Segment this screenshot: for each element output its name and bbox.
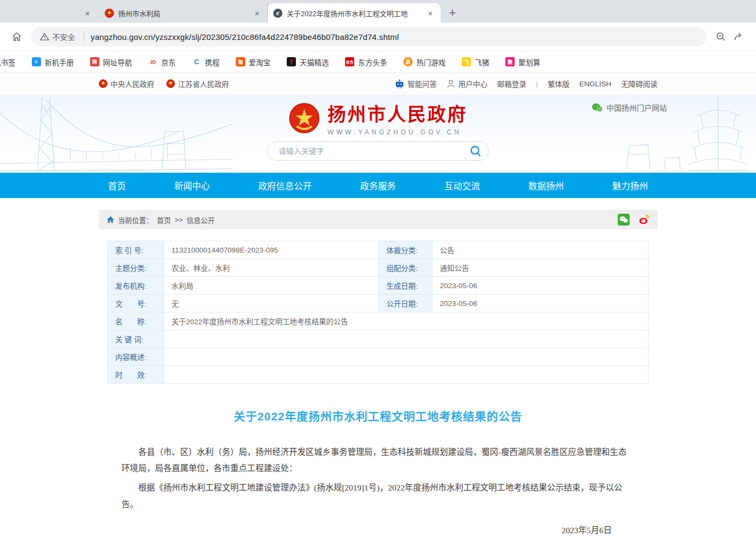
- gov-link-label: 江苏省人民政府: [178, 78, 230, 89]
- table-row: 文 号: 无 公开日期: 2023-05-06: [107, 295, 649, 312]
- utility-divider: |: [536, 80, 538, 88]
- bookmark-label: 聚划算: [518, 57, 541, 67]
- bookmark-item[interactable]: 机书签: [0, 57, 16, 67]
- util-link-label: 用户中心: [458, 78, 488, 89]
- gov-emblem-favicon: [105, 9, 114, 18]
- bookmark-item[interactable]: C 携程: [192, 57, 220, 67]
- close-icon[interactable]: ×: [252, 8, 262, 18]
- meta-label: 索 引 号:: [107, 241, 164, 259]
- bookmark-label: 新机手册: [45, 57, 74, 67]
- meta-label: 文 号:: [107, 295, 164, 312]
- breadcrumb-bar: 当前位置： 首页 >> 信息公开: [99, 210, 658, 229]
- meta-label: 时 效:: [107, 366, 164, 384]
- tab-strip: × 扬州市水利局 × e 关于2022年度扬州市水利工程文明工地 × +: [0, 0, 756, 23]
- article-date: 2023年5月6日: [122, 523, 634, 535]
- link-user-center[interactable]: 用户中心: [447, 78, 488, 89]
- home-icon[interactable]: [8, 28, 26, 46]
- util-link-label: 繁体版: [548, 78, 570, 89]
- tab-shuiliju[interactable]: 扬州市水利局 ×: [99, 3, 268, 23]
- meta-label: 体裁分类:: [379, 241, 432, 259]
- national-emblem-icon: [289, 103, 320, 134]
- close-icon[interactable]: ×: [426, 8, 435, 18]
- portal-link[interactable]: 中国扬州门户网站: [592, 102, 667, 113]
- nav-item-charm[interactable]: 魅力扬州: [612, 179, 648, 192]
- table-row: 关 键 词:: [107, 330, 649, 348]
- site-favicon: e: [273, 9, 282, 18]
- weibo-share-icon[interactable]: [638, 214, 650, 226]
- meta-label: 关 键 词:: [107, 330, 164, 348]
- search-input[interactable]: [279, 147, 467, 155]
- meta-value: [164, 366, 649, 384]
- gov-emblem-icon: [99, 79, 107, 88]
- taobao-logo-icon: 淘: [236, 57, 245, 66]
- address-bar[interactable]: 不安全 yangzhou.gov.cn/yzszxxgk/slj/202305/…: [31, 27, 706, 46]
- bookmark-item[interactable]: 东方 东方头条: [345, 57, 387, 67]
- wechat-icon: [592, 103, 603, 112]
- fliggy-logo-icon: 飞: [462, 57, 471, 66]
- bookmark-item[interactable]: JD 京东: [148, 57, 176, 67]
- link-accessibility[interactable]: 无障碍阅读: [621, 78, 658, 89]
- bookmark-label: 爱淘宝: [249, 57, 271, 67]
- gov-link-label: 中央人民政府: [111, 78, 154, 89]
- wechat-share-icon[interactable]: [618, 214, 630, 226]
- util-link-label: 智能问答: [408, 78, 437, 89]
- link-smart-qa[interactable]: 智能问答: [395, 78, 437, 89]
- search-button[interactable]: [467, 143, 485, 159]
- breadcrumb-separator: >>: [175, 216, 183, 224]
- link-mail-login[interactable]: 邮箱登录: [497, 78, 526, 89]
- tmall-logo-icon: T: [287, 57, 296, 66]
- meta-value: 通知公告: [432, 259, 649, 277]
- bookmark-item[interactable]: ≡ 新机手册: [32, 57, 74, 67]
- nav-item-home[interactable]: 首页: [108, 179, 126, 192]
- link-english[interactable]: ENGLISH: [579, 80, 611, 88]
- meta-label: 组配分类:: [379, 259, 432, 277]
- link-traditional-chinese[interactable]: 繁体版: [548, 78, 570, 89]
- bookmark-item[interactable]: 游 热门游戏: [403, 57, 446, 67]
- gov-emblem-icon: [166, 79, 175, 88]
- meta-label: 主题分类:: [107, 259, 164, 277]
- warning-icon: [40, 32, 49, 41]
- tab-partial[interactable]: ×: [76, 3, 99, 23]
- bookmark-label: 飞猪: [475, 57, 489, 67]
- nav-item-news[interactable]: 新闻中心: [174, 179, 210, 192]
- nav-item-interaction[interactable]: 互动交流: [444, 179, 480, 192]
- meta-value: 水利局: [164, 277, 379, 295]
- zoom-out-icon[interactable]: [712, 28, 730, 46]
- close-icon[interactable]: ×: [83, 8, 92, 18]
- nav-item-info-disclosure[interactable]: 政府信息公开: [258, 179, 312, 192]
- site-nav-icon: 网: [90, 57, 99, 66]
- site-logo[interactable]: 扬州市人民政府 WWW.YANGZHOU.GOV.CN: [289, 100, 468, 136]
- bookmark-item[interactable]: T 天猫精选: [287, 57, 329, 67]
- site-banner: 扬州市人民政府 WWW.YANGZHOU.GOV.CN 中国扬州门户网站: [0, 94, 756, 173]
- table-row: 内容概述:: [107, 348, 649, 366]
- tab-active-announcement[interactable]: e 关于2022年度扬州市水利工程文明工地 ×: [268, 3, 441, 23]
- link-central-gov[interactable]: 中央人民政府: [99, 78, 154, 89]
- meta-label: 生成日期:: [379, 277, 432, 295]
- meta-value: 2023-05-06: [432, 295, 649, 312]
- breadcrumb-prefix: 当前位置：: [118, 215, 153, 225]
- bookmark-item[interactable]: 飞 飞猪: [462, 57, 489, 67]
- bookmark-label: 机书签: [0, 57, 16, 67]
- portal-label: 中国扬州门户网站: [606, 102, 667, 113]
- bookmark-item[interactable]: 淘 爱淘宝: [236, 57, 271, 67]
- breadcrumb-current-link[interactable]: 信息公开: [187, 215, 215, 225]
- breadcrumb-home-link[interactable]: 首页: [157, 215, 171, 225]
- omnibox-divider: [84, 32, 84, 42]
- meta-label: 公开日期:: [379, 295, 432, 312]
- new-tab-button[interactable]: +: [445, 5, 460, 21]
- bookmark-item[interactable]: 聚 聚划算: [505, 57, 541, 67]
- nav-item-services[interactable]: 政务服务: [360, 179, 396, 192]
- meta-value: [164, 348, 649, 366]
- link-jiangsu-gov[interactable]: 江苏省人民政府: [166, 78, 230, 89]
- metadata-table: 索 引 号: 11321000014407098E-2023-095 体裁分类:…: [107, 241, 649, 384]
- share-icon[interactable]: [730, 28, 748, 46]
- games-icon: 游: [403, 57, 413, 66]
- utility-bar: 中央人民政府 江苏省人民政府 智能问答: [0, 73, 756, 94]
- nav-item-data[interactable]: 数据扬州: [528, 179, 564, 192]
- bookmark-label: 热门游戏: [416, 57, 446, 67]
- meta-label: 名 称:: [107, 312, 164, 330]
- meta-value: 农业、林业、水利: [164, 259, 379, 277]
- search-icon: [469, 145, 482, 158]
- browser-toolbar: 不安全 yangzhou.gov.cn/yzszxxgk/slj/202305/…: [0, 23, 756, 51]
- bookmark-item[interactable]: 网 网址导航: [90, 57, 132, 67]
